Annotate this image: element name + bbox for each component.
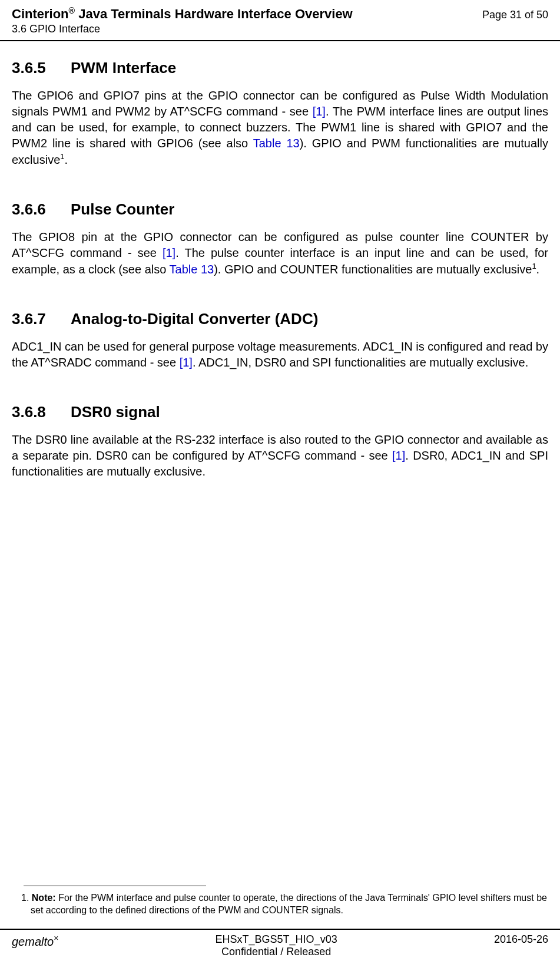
footnote: 1. Note: For the PWM interface and pulse… xyxy=(0,892,560,917)
document-title: Cinterion® Java Terminals Hardware Inter… xyxy=(12,6,353,22)
header-row: Cinterion® Java Terminals Hardware Inter… xyxy=(12,6,548,22)
footer-row: gemalto× EHSxT_BGS5T_HIO_v03 Confidentia… xyxy=(12,933,548,958)
page-header: Cinterion® Java Terminals Hardware Inter… xyxy=(0,0,560,41)
footnote-rule xyxy=(24,886,206,886)
table-link[interactable]: Table 13 xyxy=(170,263,214,276)
table-link[interactable]: Table 13 xyxy=(253,137,300,150)
title-prefix: Cinterion xyxy=(12,6,69,21)
section-number: 3.6.7 xyxy=(12,310,71,328)
content-area: 3.6.5PWM Interface The GPIO6 and GPIO7 p… xyxy=(0,41,560,479)
section-title: PWM Interface xyxy=(71,59,176,77)
logo-mark: × xyxy=(54,933,58,943)
section-heading: 3.6.5PWM Interface xyxy=(12,59,548,77)
section-body: The GPIO6 and GPIO7 pins at the GPIO con… xyxy=(12,88,548,168)
reference-link[interactable]: [1] xyxy=(180,356,193,369)
section-title: Pulse Counter xyxy=(71,200,174,218)
footnote-ref[interactable]: 1 xyxy=(60,152,64,161)
section-heading: 3.6.6Pulse Counter xyxy=(12,200,548,219)
section-heading: 3.6.8DSR0 signal xyxy=(12,403,548,421)
reference-link[interactable]: [1] xyxy=(163,246,175,259)
footnote-number: 1. xyxy=(21,893,32,903)
reference-link[interactable]: [1] xyxy=(392,449,405,462)
section-number: 3.6.5 xyxy=(12,59,71,77)
gemalto-logo: gemalto× xyxy=(12,933,58,949)
section-pwm-interface: 3.6.5PWM Interface The GPIO6 and GPIO7 p… xyxy=(12,59,548,168)
text: . xyxy=(65,153,68,166)
section-number: 3.6.8 xyxy=(12,403,71,421)
section-body: The GPIO8 pin at the GPIO connector can … xyxy=(12,229,548,278)
section-heading: 3.6.7Analog-to-Digital Converter (ADC) xyxy=(12,310,548,328)
page-footer: gemalto× EHSxT_BGS5T_HIO_v03 Confidentia… xyxy=(0,929,560,958)
footnote-area: 1. Note: For the PWM interface and pulse… xyxy=(0,886,560,917)
reference-link[interactable]: [1] xyxy=(313,105,326,118)
section-body: ADC1_IN can be used for general purpose … xyxy=(12,339,548,371)
section-number: 3.6.6 xyxy=(12,200,71,219)
section-title: DSR0 signal xyxy=(71,403,160,421)
logo-text: gemalto xyxy=(12,935,54,948)
text: . xyxy=(536,263,540,276)
footnote-label: Note: xyxy=(32,893,56,903)
title-suffix: Java Terminals Hardware Interface Overvi… xyxy=(75,6,353,21)
footer-center: EHSxT_BGS5T_HIO_v03 Confidential / Relea… xyxy=(216,933,337,958)
footer-date: 2016-05-26 xyxy=(494,933,548,946)
text: ). GPIO and COUNTER functionalities are … xyxy=(214,263,532,276)
document-id: EHSxT_BGS5T_HIO_v03 xyxy=(216,933,337,946)
section-adc: 3.6.7Analog-to-Digital Converter (ADC) A… xyxy=(12,310,548,371)
section-title: Analog-to-Digital Converter (ADC) xyxy=(71,310,318,328)
footnote-ref[interactable]: 1 xyxy=(532,262,536,270)
section-path: 3.6 GPIO Interface xyxy=(12,23,548,35)
text: . ADC1_IN, DSR0 and SPI functionalities … xyxy=(193,356,528,369)
section-pulse-counter: 3.6.6Pulse Counter The GPIO8 pin at the … xyxy=(12,200,548,278)
section-dsr0: 3.6.8DSR0 signal The DSR0 line available… xyxy=(12,403,548,480)
footnote-text: For the PWM interface and pulse counter … xyxy=(31,893,547,915)
confidentiality: Confidential / Released xyxy=(216,946,337,958)
page-number: Page 31 of 50 xyxy=(482,9,548,21)
registered-mark: ® xyxy=(69,6,75,15)
section-body: The DSR0 line available at the RS-232 in… xyxy=(12,432,548,480)
